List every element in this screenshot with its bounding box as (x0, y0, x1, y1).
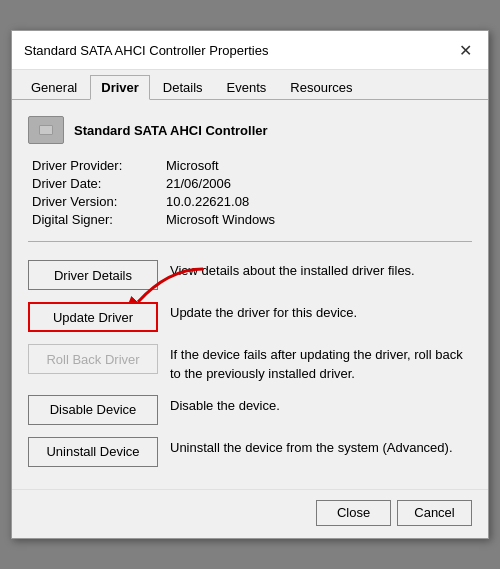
action-row-disable: Disable Device Disable the device. (28, 389, 472, 431)
roll-back-driver-desc: If the device fails after updating the d… (170, 344, 472, 382)
tab-resources[interactable]: Resources (279, 75, 363, 100)
close-button[interactable]: Close (316, 500, 391, 526)
disable-device-desc: Disable the device. (170, 395, 472, 415)
info-row-provider: Driver Provider: Microsoft (32, 158, 472, 173)
action-row-driver-details: Driver Details View details about the in… (28, 254, 472, 296)
actions-area: Driver Details View details about the in… (28, 254, 472, 472)
dialog-title: Standard SATA AHCI Controller Properties (24, 43, 268, 58)
action-row-update-driver: Update Driver Update the driver for this… (28, 296, 472, 338)
dialog-footer: Close Cancel (12, 489, 488, 538)
label-version: Driver Version: (32, 194, 162, 209)
driver-details-button[interactable]: Driver Details (28, 260, 158, 290)
tab-driver[interactable]: Driver (90, 75, 150, 100)
value-version: 10.0.22621.08 (166, 194, 249, 209)
action-row-uninstall: Uninstall Device Uninstall the device fr… (28, 431, 472, 473)
tab-details[interactable]: Details (152, 75, 214, 100)
cancel-button[interactable]: Cancel (397, 500, 472, 526)
section-divider (28, 241, 472, 242)
update-driver-button[interactable]: Update Driver (28, 302, 158, 332)
device-icon (28, 116, 64, 144)
info-row-version: Driver Version: 10.0.22621.08 (32, 194, 472, 209)
value-provider: Microsoft (166, 158, 219, 173)
properties-dialog: Standard SATA AHCI Controller Properties… (11, 30, 489, 538)
device-name: Standard SATA AHCI Controller (74, 123, 268, 138)
uninstall-device-button[interactable]: Uninstall Device (28, 437, 158, 467)
info-row-date: Driver Date: 21/06/2006 (32, 176, 472, 191)
uninstall-device-desc: Uninstall the device from the system (Ad… (170, 437, 472, 457)
tab-bar: General Driver Details Events Resources (12, 70, 488, 100)
driver-details-desc: View details about the installed driver … (170, 260, 472, 280)
driver-info-table: Driver Provider: Microsoft Driver Date: … (32, 158, 472, 227)
label-date: Driver Date: (32, 176, 162, 191)
close-icon[interactable]: ✕ (454, 39, 476, 61)
label-signer: Digital Signer: (32, 212, 162, 227)
roll-back-driver-button[interactable]: Roll Back Driver (28, 344, 158, 374)
device-header: Standard SATA AHCI Controller (28, 116, 472, 144)
disable-device-button[interactable]: Disable Device (28, 395, 158, 425)
tab-events[interactable]: Events (216, 75, 278, 100)
tab-content: Standard SATA AHCI Controller Driver Pro… (12, 100, 488, 488)
info-row-signer: Digital Signer: Microsoft Windows (32, 212, 472, 227)
value-signer: Microsoft Windows (166, 212, 275, 227)
tab-general[interactable]: General (20, 75, 88, 100)
label-provider: Driver Provider: (32, 158, 162, 173)
value-date: 21/06/2006 (166, 176, 231, 191)
update-driver-desc: Update the driver for this device. (170, 302, 472, 322)
action-row-roll-back: Roll Back Driver If the device fails aft… (28, 338, 472, 388)
title-bar: Standard SATA AHCI Controller Properties… (12, 31, 488, 70)
